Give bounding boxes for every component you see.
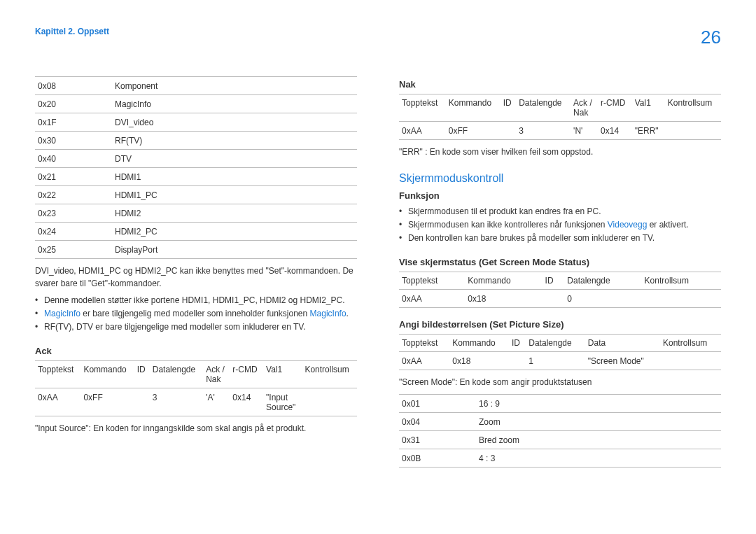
angi-head-row: TopptekstKommandoIDDatalengdeDataKontrol…	[399, 334, 721, 351]
table-row: 0x31Bred zoom	[399, 430, 721, 449]
magicinfo-link-2[interactable]: MagicInfo	[310, 309, 346, 318]
table-row: 0x20MagicInfo	[35, 95, 357, 113]
page-header: Kapittel 2. Oppsett 26	[35, 27, 721, 48]
chapter-label: Kapittel 2. Oppsett	[35, 27, 109, 36]
table-cell: 0xAA	[399, 351, 449, 370]
kv-body: 0x08Komponent0x20MagicInfo0x1FDVI_video0…	[35, 77, 357, 259]
table-cell: DTV	[112, 150, 357, 168]
table-row: 0x22HDMI1_PC	[35, 186, 357, 204]
vise-heading: Vise skjermstatus (Get Screen Mode Statu…	[399, 257, 721, 267]
note-dvi: DVI_video, HDMI1_PC og HDMI2_PC kan ikke…	[35, 265, 357, 290]
column-header: Datalengde	[526, 334, 585, 351]
left-bullets: Denne modellen støtter ikke portene HDMI…	[35, 294, 357, 335]
column-header: Val1	[263, 360, 302, 388]
column-header: Kommando	[446, 94, 500, 122]
input-source-codes-table: 0x08Komponent0x20MagicInfo0x1FDVI_video0…	[35, 76, 357, 259]
table-cell	[660, 351, 721, 370]
page-number: 26	[701, 27, 721, 48]
table-row: 0x24HDMI2_PC	[35, 223, 357, 241]
videovegg-link[interactable]: Videovegg	[608, 220, 648, 230]
content-columns: 0x08Komponent0x20MagicInfo0x1FDVI_video0…	[35, 76, 721, 473]
ack-data-row: 0xAA0xFF3'A'0x14"InputSource"	[35, 388, 357, 416]
table-cell: 0x31	[399, 430, 476, 449]
table-cell: 0x22	[35, 186, 112, 204]
left-column: 0x08Komponent0x20MagicInfo0x1FDVI_video0…	[35, 76, 357, 473]
column-header: Datalengde	[150, 360, 203, 388]
column-header: Topptekst	[399, 334, 449, 351]
column-header: r-CMD	[230, 360, 263, 388]
table-cell	[542, 289, 565, 307]
table-cell: 0x21	[35, 168, 112, 186]
table-cell: 0xFF	[80, 388, 134, 416]
column-header: Topptekst	[35, 360, 80, 388]
table-cell: 0x1F	[35, 113, 112, 132]
table-cell: 0x30	[35, 132, 112, 150]
column-header: ID	[542, 272, 565, 289]
table-cell	[500, 122, 516, 140]
table-cell: "InputSource"	[263, 388, 302, 416]
table-cell	[134, 388, 150, 416]
sm-body: 0x0116 : 90x04Zoom0x31Bred zoom0x0B4 : 3	[399, 394, 721, 467]
table-cell: 0x24	[35, 223, 112, 241]
ack-head-row: TopptekstKommandoIDDatalengdeAck /Nakr-C…	[35, 360, 357, 388]
column-header: Data	[585, 334, 660, 351]
funksjon-bullets: Skjermmodusen til et produkt kan endres …	[399, 205, 721, 246]
table-row: 0x40DTV	[35, 150, 357, 168]
funk-bullet-1: Skjermmodusen til et produkt kan endres …	[399, 205, 721, 218]
nak-table: TopptekstKommandoIDDatalengdeAck /Nakr-C…	[399, 94, 721, 140]
column-header: Kontrollsum	[660, 334, 721, 351]
table-cell	[665, 122, 721, 140]
table-cell: 1	[526, 351, 585, 370]
bullet-rftv: RF(TV), DTV er bare tilgjengelige med mo…	[35, 321, 357, 334]
column-header: Datalengde	[516, 94, 570, 122]
table-cell	[302, 388, 357, 416]
nak-head-row: TopptekstKommandoIDDatalengdeAck /Nakr-C…	[399, 94, 721, 122]
column-header: ID	[509, 334, 526, 351]
table-cell: 3	[150, 388, 203, 416]
skjermmoduskontroll-heading: Skjermmoduskontroll	[399, 172, 721, 185]
table-cell: RF(TV)	[112, 132, 357, 150]
table-cell: 0x04	[399, 412, 476, 430]
table-cell: 0xAA	[399, 289, 465, 307]
table-cell: 0x20	[35, 95, 112, 113]
screen-mode-codes-table: 0x0116 : 90x04Zoom0x31Bred zoom0x0B4 : 3	[399, 394, 721, 468]
table-cell: 3	[516, 122, 570, 140]
vise-table: TopptekstKommandoIDDatalengdeKontrollsum…	[399, 272, 721, 308]
table-cell: 0xAA	[35, 388, 80, 416]
column-header: Kommando	[465, 272, 542, 289]
column-header: Kontrollsum	[665, 94, 721, 122]
right-column: Nak TopptekstKommandoIDDatalengdeAck /Na…	[399, 76, 721, 473]
table-row: 0x23HDMI2	[35, 204, 357, 223]
table-cell: 16 : 9	[476, 394, 721, 412]
table-cell: 0x18	[465, 289, 542, 307]
vise-data-row: 0xAA0x180	[399, 289, 721, 307]
column-header: Ack /Nak	[203, 360, 230, 388]
table-cell	[509, 351, 526, 370]
column-header: ID	[500, 94, 516, 122]
table-cell: 0x14	[230, 388, 263, 416]
funk-bullet-2: Skjermmodusen kan ikke kontrolleres når …	[399, 218, 721, 232]
column-header: Kontrollsum	[642, 272, 721, 289]
angi-heading: Angi bildestørrelsen (Set Picture Size)	[399, 319, 721, 330]
column-header: ID	[134, 360, 150, 388]
funksjon-heading: Funksjon	[399, 190, 721, 201]
bullet-magicinfo: MagicInfo er bare tilgjengelig med model…	[35, 307, 357, 321]
table-row: 0x0B4 : 3	[399, 449, 721, 467]
table-cell: 0x0B	[399, 449, 476, 467]
table-cell: 0x08	[35, 77, 112, 95]
table-row: 0x21HDMI1	[35, 168, 357, 186]
table-cell: Komponent	[112, 77, 357, 95]
bullet-model-support: Denne modellen støtter ikke portene HDMI…	[35, 294, 357, 307]
table-row: 0x0116 : 9	[399, 394, 721, 412]
table-cell: HDMI1	[112, 168, 357, 186]
vise-head-row: TopptekstKommandoIDDatalengdeKontrollsum	[399, 272, 721, 289]
table-cell: Zoom	[476, 412, 721, 430]
column-header: Topptekst	[399, 272, 465, 289]
magicinfo-link-1[interactable]: MagicInfo	[44, 309, 80, 318]
table-cell: 0x23	[35, 204, 112, 223]
table-cell: "Screen Mode"	[585, 351, 660, 370]
input-source-note: "Input Source": En koden for inngangskil…	[35, 422, 357, 435]
table-cell: 0x40	[35, 150, 112, 168]
nak-heading: Nak	[399, 79, 721, 90]
table-cell: MagicInfo	[112, 95, 357, 113]
